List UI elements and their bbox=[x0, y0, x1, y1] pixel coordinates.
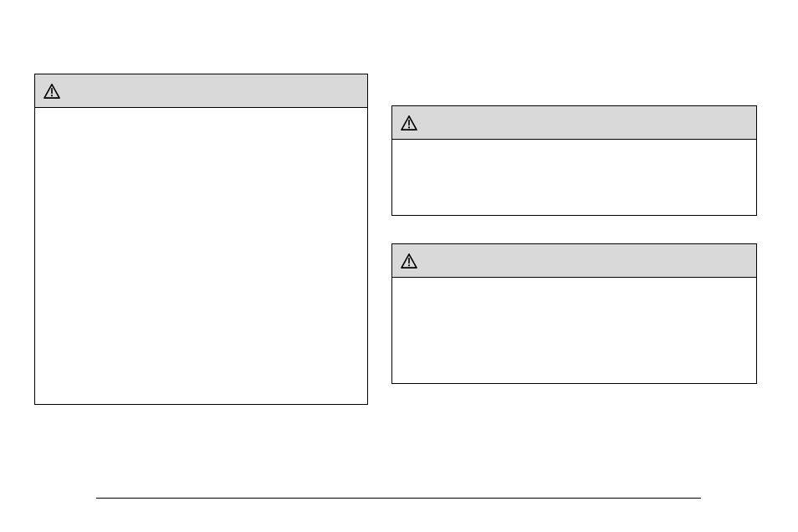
warning-icon bbox=[401, 253, 417, 269]
warning-icon bbox=[401, 115, 417, 130]
page bbox=[0, 0, 798, 532]
horizontal-rule bbox=[96, 498, 701, 499]
warning-box-left bbox=[34, 74, 368, 405]
warning-box-header bbox=[392, 244, 756, 278]
svg-point-2 bbox=[51, 95, 53, 96]
svg-point-5 bbox=[408, 126, 410, 128]
warning-box-right-bottom bbox=[391, 243, 757, 384]
warning-box-right-top bbox=[391, 105, 757, 216]
warning-box-header bbox=[35, 74, 367, 108]
svg-point-8 bbox=[408, 264, 410, 266]
warning-icon bbox=[43, 84, 60, 99]
warning-box-header bbox=[392, 106, 756, 140]
